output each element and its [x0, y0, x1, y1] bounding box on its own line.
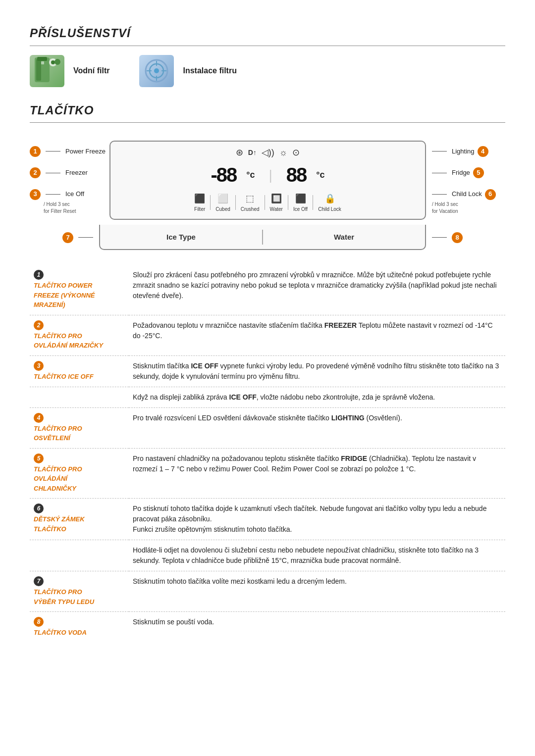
btn-child-lock-label: Child Lock [318, 206, 341, 213]
sep-2 [235, 195, 236, 210]
panel-label-1: 1 Power Freeze [30, 146, 106, 157]
desc-num-badge-6: 6 [34, 504, 44, 513]
line-6 [432, 194, 447, 195]
desc-label-text-6: DĚTSKÝ ZÁMEKTLAČÍTKO [34, 514, 125, 534]
desc-row-7: 7TLAČÍTKO PROVÝBĚR TYPU LEDUStisknutím t… [30, 571, 505, 612]
panel-right-label-6-wrap: Child Lock 6 / Hold 3 secfor Vacation [430, 189, 505, 215]
label-freezer: Freezer [65, 168, 88, 177]
desc-extra-row-3: Když na displeji zabliká zpráva ICE OFF,… [30, 387, 505, 407]
accessories-title: PŘÍSLUŠENSTVÍ [30, 25, 505, 42]
cubed-icon: ⬜ [217, 193, 228, 205]
desc-label-text-2: TLAČÍTKO PROOVLÁDÁNÍ MRAZIČKY [34, 331, 125, 351]
desc-badge-wrap-3: 3 [34, 361, 125, 371]
line-4 [432, 151, 447, 151]
panel-ice-water-row: Ice Type Water [99, 225, 426, 250]
water-filter-image [30, 55, 64, 87]
badge-4: 4 [478, 146, 488, 157]
desc-label-4: 4TLAČÍTKO PROOSVĚTLENÍ [30, 407, 129, 448]
btn-crushed-label: Crushed [241, 206, 260, 213]
accessories-divider [30, 46, 505, 46]
desc-row-3: 3TLAČÍTKO ICE OFFStisknutím tlačítka ICE… [30, 355, 505, 387]
panel-temp-row: -88 °c | 88 °c [116, 161, 419, 189]
panel-right-label-6: Child Lock 6 [430, 189, 505, 200]
panel-right-label-5: Fridge 5 [430, 167, 505, 178]
panel-bottom-right: 8 [426, 225, 505, 250]
desc-label-1: 1TLAČÍTKO POWERFREEZE (VÝKONNÉMRAZENÍ) [30, 265, 129, 315]
icon-dp: D↑ [248, 148, 257, 158]
desc-row-6: 6DĚTSKÝ ZÁMEKTLAČÍTKOPo stisknutí tohoto… [30, 499, 505, 540]
desc-num-badge-5: 5 [34, 454, 44, 463]
child-lock-icon: 🔒 [324, 193, 335, 205]
desc-row-8: 8TLAČÍTKO VODAStisknutím se pouští voda. [30, 612, 505, 643]
desc-text-8: Stisknutím se pouští voda. [129, 612, 505, 643]
icon-sound: ◁)) [262, 147, 274, 159]
ice-off-icon: ⬛ [295, 193, 306, 205]
panel-label-3-wrap: 3 Ice Off / Hold 3 secfor Filter Reset [30, 189, 106, 215]
svg-rect-2 [37, 57, 47, 61]
btn-filter-label: Filter [194, 206, 205, 213]
label-ice-off: Ice Off [65, 190, 84, 199]
label-ice-off-sub: / Hold 3 secfor Filter Reset [44, 201, 106, 215]
panel-title: TLAČÍTKO [30, 102, 505, 119]
panel-display: ⊛ D↑ ◁)) ☼ ⊙ -88 °c | 88 °c ⬛ Filter [109, 141, 426, 220]
desc-num-badge-1: 1 [34, 270, 44, 280]
desc-row-5: 5TLAČÍTKO PROOVLÁDÁNÍCHLADNIČKYPro nasta… [30, 448, 505, 499]
desc-badge-wrap-5: 5 [34, 454, 125, 463]
desc-label-3: 3TLAČÍTKO ICE OFF [30, 355, 129, 387]
desc-label-text-1: TLAČÍTKO POWERFREEZE (VÝKONNÉMRAZENÍ) [34, 281, 125, 310]
desc-label-text-5: TLAČÍTKO PROOVLÁDÁNÍCHLADNIČKY [34, 464, 125, 494]
accessory-water-filter: Vodní filtr [30, 55, 109, 87]
desc-text-3: Stisknutím tlačítka ICE OFF vypnete funk… [129, 355, 505, 387]
line-2 [46, 173, 60, 173]
desc-extra-empty-3 [30, 387, 129, 407]
badge-7: 7 [62, 232, 73, 243]
sep-1 [210, 195, 211, 210]
btn-cubed: ⬜ Cubed [215, 193, 230, 212]
crushed-icon: ⬚ [246, 193, 254, 205]
water-filter-label: Vodní filtr [73, 65, 109, 76]
line-5 [432, 173, 447, 173]
btn-cubed-label: Cubed [215, 206, 230, 213]
badge-5: 5 [473, 167, 484, 178]
svg-rect-5 [41, 61, 44, 64]
line-7 [78, 237, 93, 238]
panel-diagram: 1 Power Freeze 2 Freezer 3 Ice Off / Hol… [30, 132, 505, 255]
desc-num-badge-8: 8 [34, 617, 44, 627]
label-lighting: Lighting [452, 147, 475, 156]
desc-text-2: Požadovanou teplotu v mrazničce nastavít… [129, 315, 505, 355]
badge-1: 1 [30, 146, 41, 157]
label-power-freeze: Power Freeze [65, 147, 106, 156]
line-8 [432, 237, 447, 238]
desc-extra-text-6: Hodláte-li odjet na dovolenou či služebn… [129, 540, 505, 571]
desc-row-2: 2TLAČÍTKO PROOVLÁDÁNÍ MRAZIČKYPožadovano… [30, 315, 505, 355]
panel-right-labels: Lighting 4 Fridge 5 Child Lock 6 / Hold … [426, 141, 505, 220]
desc-badge-wrap-1: 1 [34, 270, 125, 280]
panel-label-3: 3 Ice Off [30, 189, 106, 200]
panel-right-label-4: Lighting 4 [430, 146, 505, 157]
sep-4 [288, 195, 288, 210]
panel-bottom-left: 7 [30, 225, 99, 250]
icon-circle: ⊙ [292, 147, 300, 159]
filter-install-image [139, 55, 174, 87]
desc-badge-wrap-2: 2 [34, 320, 125, 330]
desc-label-8: 8TLAČÍTKO VODA [30, 612, 129, 643]
water-btn[interactable]: Water [263, 229, 425, 245]
panel-bottom-icons: ⬛ Filter ⬜ Cubed ⬚ Crushed 🔲 Water [116, 193, 419, 212]
line-1 [46, 151, 60, 151]
ice-type-btn[interactable]: Ice Type [100, 229, 262, 245]
desc-label-2: 2TLAČÍTKO PROOVLÁDÁNÍ MRAZIČKY [30, 315, 129, 355]
desc-label-text-7: TLAČÍTKO PROVÝBĚR TYPU LEDU [34, 587, 125, 606]
desc-label-6: 6DĚTSKÝ ZÁMEKTLAČÍTKO [30, 499, 129, 540]
desc-text-7: Stisknutím tohoto tlačítka volíte mezi k… [129, 571, 505, 612]
svg-point-4 [51, 60, 55, 64]
temp-unit-left: °c [246, 169, 255, 181]
desc-label-text-3: TLAČÍTKO ICE OFF [34, 372, 125, 382]
panel-left-labels: 1 Power Freeze 2 Freezer 3 Ice Off / Hol… [30, 141, 109, 220]
desc-label-7: 7TLAČÍTKO PROVÝBĚR TYPU LEDU [30, 571, 129, 612]
btn-ice-off-label: Ice Off [293, 206, 308, 213]
badge-2: 2 [30, 167, 41, 178]
badge-6: 6 [485, 189, 496, 200]
filter-icon: ⬛ [194, 193, 205, 205]
accessories-row: Vodní filtr Instalace filtru [30, 55, 505, 87]
desc-badge-wrap-8: 8 [34, 617, 125, 627]
